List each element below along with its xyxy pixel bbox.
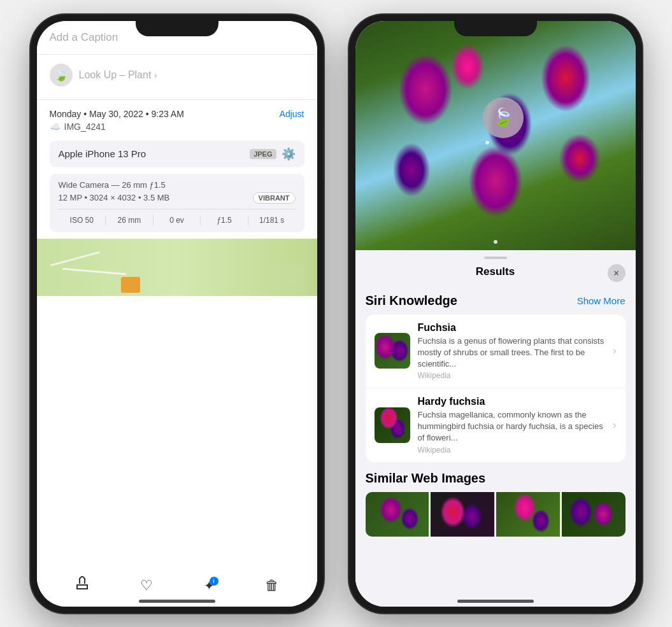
fuchsia-source: Wikipedia (418, 371, 606, 380)
similar-image-1[interactable] (366, 492, 429, 537)
home-indicator-right (457, 600, 534, 603)
exif-ev: 0 ev (154, 215, 201, 226)
date-row: Monday • May 30, 2022 • 9:23 AM Adjust (50, 109, 304, 119)
fuchsia-thumbnail (375, 333, 410, 369)
similar-image-2[interactable] (431, 492, 494, 537)
divider-2 (37, 99, 317, 100)
similar-grid (366, 492, 626, 537)
close-button[interactable]: × (608, 264, 626, 282)
exif-focal: 26 mm (106, 215, 154, 226)
fuchsia-name: Fuchsia (418, 322, 606, 334)
siri-dot (485, 141, 489, 144)
info-badge: i (210, 577, 218, 586)
similar-section: Similar Web Images (366, 471, 626, 537)
fuchsia-thumb-image (375, 333, 410, 369)
sheet-header: Results × (355, 259, 636, 285)
siri-knowledge-title: Siri Knowledge (366, 293, 457, 308)
exif-row: ISO 50 26 mm 0 ev ƒ1.5 1/181 s (59, 209, 296, 226)
camera-type: Wide Camera — 26 mm ƒ1.5 (59, 180, 296, 190)
sheet-content: Siri Knowledge Show More Fuchsia Fuchsia… (355, 285, 636, 607)
info-button[interactable]: ✦ i (204, 578, 215, 593)
bottom-toolbar: ♡ ✦ i 🗑 (31, 576, 324, 595)
map-road-1 (50, 251, 99, 266)
siri-knowledge-header: Siri Knowledge Show More (366, 293, 626, 308)
knowledge-card: Fuchsia Fuchsia is a genus of flowering … (366, 314, 626, 462)
cloud-icon: ☁️ (50, 122, 61, 132)
photo-date: Monday • May 30, 2022 • 9:23 AM (50, 109, 184, 119)
knowledge-item-fuchsia[interactable]: Fuchsia Fuchsia is a genus of flowering … (366, 314, 626, 389)
page-indicator-right (494, 240, 497, 244)
exif-aperture: ƒ1.5 (201, 215, 248, 226)
similar-image-4[interactable] (562, 492, 626, 537)
badge-row: JPEG ⚙️ (250, 147, 295, 161)
map-thumbnail (121, 277, 140, 293)
similar-title: Similar Web Images (366, 471, 626, 486)
chevron-right-icon-2: › (613, 419, 616, 431)
caption-input[interactable]: Add a Caption (50, 31, 304, 44)
lookup-chevron-icon: › (154, 70, 157, 80)
favorite-button[interactable]: ♡ (140, 577, 153, 594)
knowledge-item-hardy[interactable]: Hardy fuchsia Fuchsia magellanica, commo… (366, 388, 626, 462)
hardy-source: Wikipedia (418, 446, 606, 454)
similar-image-3[interactable] (496, 492, 560, 537)
fuchsia-text: Fuchsia Fuchsia is a genus of flowering … (418, 322, 606, 381)
hardy-text: Hardy fuchsia Fuchsia magellanica, commo… (418, 396, 606, 454)
hardy-name: Hardy fuchsia (418, 396, 606, 407)
right-phone-screen: 🍃 Results × Siri Knowledge Show More (355, 21, 636, 607)
page-indicator (175, 603, 179, 607)
device-info-bar: Apple iPhone 13 Pro JPEG ⚙️ (50, 141, 304, 167)
gear-icon: ⚙️ (282, 147, 296, 161)
device-name: Apple iPhone 13 Pro (59, 148, 147, 159)
hardy-thumbnail (375, 407, 410, 443)
chevron-right-icon: › (613, 345, 616, 356)
exif-iso: ISO 50 (59, 215, 106, 226)
device-row: Apple iPhone 13 Pro JPEG ⚙️ (59, 147, 296, 161)
photo-info-panel: Add a Caption 🍃 Look Up – Plant › Monday… (37, 21, 317, 607)
filename-row: ☁️ IMG_4241 (50, 122, 304, 132)
delete-button[interactable]: 🗑 (265, 577, 279, 594)
divider-1 (37, 54, 317, 55)
file-info: 12 MP • 3024 × 4032 • 3.5 MB (59, 193, 170, 202)
filename: IMG_4241 (64, 122, 106, 132)
map-road-2 (62, 267, 126, 275)
map-block (273, 264, 304, 290)
sheet-title: Results (476, 265, 515, 278)
jpeg-badge: JPEG (250, 149, 276, 159)
exif-shutter: 1/181 s (248, 215, 296, 226)
siri-bubble: 🍃 (483, 97, 524, 138)
adjust-button[interactable]: Adjust (280, 109, 304, 119)
camera-info-bar: Wide Camera — 26 mm ƒ1.5 12 MP • 3024 × … (50, 174, 304, 232)
lookup-row[interactable]: 🍃 Look Up – Plant › (50, 64, 304, 87)
file-info-row: 12 MP • 3024 × 4032 • 3.5 MB VIBRANT (59, 192, 296, 204)
map-background (37, 239, 317, 296)
vibrant-badge: VIBRANT (253, 192, 296, 204)
fuchsia-desc: Fuchsia is a genus of flowering plants t… (418, 335, 606, 370)
home-indicator (139, 600, 215, 603)
results-sheet: Results × Siri Knowledge Show More (355, 250, 636, 607)
left-phone: Add a Caption 🍃 Look Up – Plant › Monday… (31, 15, 324, 613)
lookup-label: Look Up – Plant › (79, 69, 157, 81)
show-more-button[interactable]: Show More (577, 295, 626, 306)
share-button[interactable] (75, 576, 90, 595)
left-phone-screen: Add a Caption 🍃 Look Up – Plant › Monday… (37, 21, 317, 607)
right-phone: 🍃 Results × Siri Knowledge Show More (349, 15, 642, 613)
photo-area-right[interactable]: 🍃 (355, 21, 636, 250)
map-preview[interactable] (37, 239, 317, 296)
hardy-desc: Fuchsia magellanica, commonly known as t… (418, 409, 606, 444)
lookup-icon: 🍃 (50, 64, 73, 87)
hardy-thumb-image (375, 407, 410, 443)
